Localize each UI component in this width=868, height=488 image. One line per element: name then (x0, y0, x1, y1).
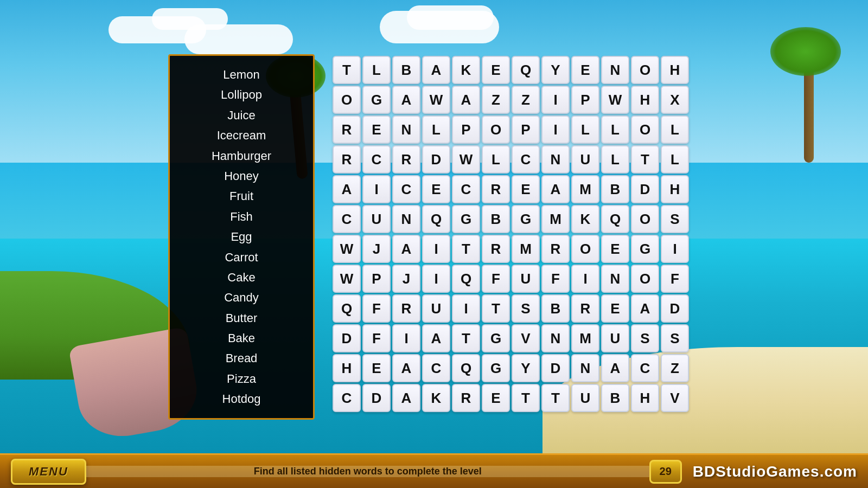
grid-cell[interactable]: D (541, 354, 570, 382)
grid-cell[interactable]: F (661, 265, 689, 293)
grid-cell[interactable]: U (571, 384, 599, 412)
grid-cell[interactable]: W (601, 86, 629, 114)
grid-cell[interactable]: H (661, 175, 689, 203)
grid-cell[interactable]: X (661, 86, 689, 114)
grid-cell[interactable]: Z (661, 354, 689, 382)
grid-cell[interactable]: M (541, 205, 570, 233)
grid-cell[interactable]: B (601, 175, 629, 203)
grid-cell[interactable]: Q (512, 56, 540, 84)
grid-cell[interactable]: E (482, 384, 510, 412)
grid-cell[interactable]: U (422, 294, 450, 323)
grid-cell[interactable]: V (661, 384, 689, 412)
grid-cell[interactable]: R (333, 115, 361, 144)
grid-cell[interactable]: O (631, 205, 659, 233)
grid-cell[interactable]: G (482, 354, 510, 382)
grid-cell[interactable]: F (482, 265, 510, 293)
grid-cell[interactable]: L (661, 115, 689, 144)
grid-cell[interactable]: I (541, 86, 570, 114)
grid-cell[interactable]: E (422, 175, 450, 203)
grid-cell[interactable]: E (362, 115, 391, 144)
grid-cell[interactable]: C (512, 145, 540, 174)
grid-cell[interactable]: U (362, 205, 391, 233)
grid-cell[interactable]: A (392, 354, 420, 382)
grid-cell[interactable]: L (661, 145, 689, 174)
grid-cell[interactable]: P (512, 115, 540, 144)
grid-cell[interactable]: L (601, 115, 629, 144)
grid-cell[interactable]: U (571, 145, 599, 174)
grid-cell[interactable]: A (422, 56, 450, 84)
grid-cell[interactable]: E (512, 175, 540, 203)
grid-cell[interactable]: I (422, 235, 450, 263)
grid-cell[interactable]: O (482, 115, 510, 144)
grid-cell[interactable]: R (333, 145, 361, 174)
grid-cell[interactable]: N (541, 145, 570, 174)
grid-cell[interactable]: I (571, 265, 599, 293)
grid-cell[interactable]: R (392, 145, 420, 174)
grid-cell[interactable]: Q (422, 205, 450, 233)
grid-cell[interactable]: T (333, 56, 361, 84)
grid-cell[interactable]: P (362, 265, 391, 293)
grid-cell[interactable]: H (333, 354, 361, 382)
grid-cell[interactable]: A (452, 86, 480, 114)
grid-cell[interactable]: A (392, 384, 420, 412)
grid-cell[interactable]: E (601, 294, 629, 323)
grid-cell[interactable]: N (571, 354, 599, 382)
grid-cell[interactable]: A (601, 354, 629, 382)
grid-cell[interactable]: P (571, 86, 599, 114)
grid-cell[interactable]: O (631, 115, 659, 144)
grid-cell[interactable]: G (452, 205, 480, 233)
grid-cell[interactable]: R (571, 294, 599, 323)
grid-cell[interactable]: J (362, 235, 391, 263)
grid-cell[interactable]: K (571, 205, 599, 233)
grid-cell[interactable]: S (631, 324, 659, 352)
grid-cell[interactable]: D (661, 294, 689, 323)
grid-cell[interactable]: D (362, 384, 391, 412)
grid-cell[interactable]: R (392, 294, 420, 323)
menu-button[interactable]: MENU (11, 459, 86, 485)
grid-cell[interactable]: C (422, 354, 450, 382)
grid-cell[interactable]: F (362, 324, 391, 352)
grid-cell[interactable]: A (333, 175, 361, 203)
grid-cell[interactable]: R (541, 235, 570, 263)
grid-cell[interactable]: I (661, 235, 689, 263)
grid-cell[interactable]: T (452, 324, 480, 352)
grid-cell[interactable]: Q (333, 294, 361, 323)
grid-cell[interactable]: G (482, 324, 510, 352)
grid-cell[interactable]: I (452, 294, 480, 323)
grid-cell[interactable]: T (541, 384, 570, 412)
grid-cell[interactable]: Y (541, 56, 570, 84)
grid-cell[interactable]: M (571, 175, 599, 203)
grid-cell[interactable]: R (482, 175, 510, 203)
grid-cell[interactable]: C (362, 145, 391, 174)
grid-cell[interactable]: S (661, 205, 689, 233)
grid-cell[interactable]: N (392, 205, 420, 233)
grid-cell[interactable]: C (392, 175, 420, 203)
grid-cell[interactable]: D (422, 145, 450, 174)
grid-cell[interactable]: W (452, 145, 480, 174)
grid-cell[interactable]: R (452, 384, 480, 412)
grid-cell[interactable]: I (422, 265, 450, 293)
grid-cell[interactable]: M (512, 235, 540, 263)
grid-cell[interactable]: A (422, 324, 450, 352)
grid-cell[interactable]: T (631, 145, 659, 174)
grid-cell[interactable]: N (541, 324, 570, 352)
grid-cell[interactable]: T (482, 294, 510, 323)
grid-cell[interactable]: G (512, 205, 540, 233)
grid-cell[interactable]: E (601, 235, 629, 263)
grid-cell[interactable]: H (631, 86, 659, 114)
grid-cell[interactable]: A (541, 175, 570, 203)
grid-cell[interactable]: S (661, 324, 689, 352)
grid-cell[interactable]: V (512, 324, 540, 352)
grid-cell[interactable]: T (512, 384, 540, 412)
grid-cell[interactable]: C (631, 354, 659, 382)
grid-cell[interactable]: I (541, 115, 570, 144)
grid-cell[interactable]: J (392, 265, 420, 293)
grid-cell[interactable]: F (362, 294, 391, 323)
grid-cell[interactable]: O (333, 86, 361, 114)
grid-cell[interactable]: M (571, 324, 599, 352)
grid-cell[interactable]: I (362, 175, 391, 203)
grid-cell[interactable]: E (482, 56, 510, 84)
grid-cell[interactable]: K (422, 384, 450, 412)
grid-cell[interactable]: C (333, 205, 361, 233)
grid-cell[interactable]: H (631, 384, 659, 412)
